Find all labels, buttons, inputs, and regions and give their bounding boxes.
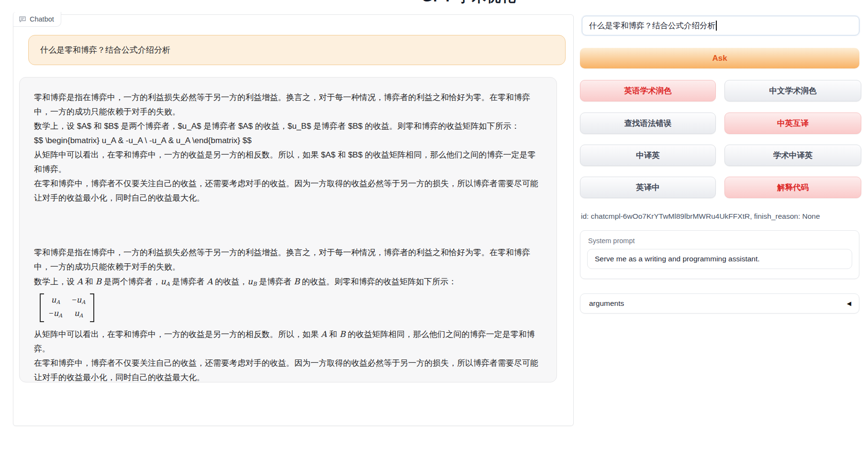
bot-raw-latex-line: $$ \begin{bmatrix} u_A & -u_A \ -u_A & u… — [34, 134, 542, 148]
bot-raw-paragraph: 从矩阵中可以看出，在零和博弈中，一方的收益是另一方的相反数。所以，如果 $A$ … — [34, 148, 542, 177]
message-section-gap — [34, 205, 542, 246]
arguments-accordion-label: arguments — [589, 299, 624, 308]
system-prompt-value: Serve me as a writing and programming as… — [595, 255, 760, 263]
button-chinese-academic-polish[interactable]: 中文学术润色 — [724, 80, 861, 101]
button-explain-code[interactable]: 解释代码 — [724, 177, 861, 198]
matrix-cell: uA — [49, 294, 62, 308]
rendered-matrix: uA −uA −uA uA — [40, 293, 94, 322]
button-en-to-zh[interactable]: 英译中 — [580, 177, 716, 198]
question-input-value: 什么是零和博弈？结合公式介绍分析 — [589, 21, 715, 31]
button-english-academic-polish[interactable]: 英语学术润色 — [580, 80, 716, 101]
bot-rendered-paragraph: 在零和博弈中，博弈者不仅要关注自己的收益，还需要考虑对手的收益。因为一方取得的收… — [34, 356, 542, 382]
chatbot-panel-label: Chatbot — [13, 12, 61, 27]
bot-rendered-paragraph: 零和博弈是指在博弈中，一方的利益损失必然等于另一方的利益增益。换言之，对于每一种… — [34, 246, 542, 274]
matrix-cell: −uA — [49, 308, 62, 321]
chat-bubble-icon — [19, 15, 26, 23]
button-zh-to-en[interactable]: 中译英 — [580, 145, 716, 166]
user-message-bubble: 什么是零和博弈？结合公式介绍分析 — [28, 35, 566, 65]
matrix-cell: −uA — [72, 294, 85, 308]
system-prompt-card: System prompt Serve me as a writing and … — [580, 230, 859, 279]
matrix-right-bracket — [90, 293, 94, 322]
question-input[interactable]: 什么是零和博弈？结合公式介绍分析 — [582, 16, 859, 35]
button-academic-zh-to-en[interactable]: 学术中译英 — [724, 145, 861, 166]
button-zh-en-mutual-translate[interactable]: 中英互译 — [724, 112, 861, 134]
accordion-collapsed-arrow-icon: ◀ — [847, 300, 851, 307]
system-prompt-input[interactable]: Serve me as a writing and programming as… — [587, 249, 852, 269]
page-title: GPT 学术优化 — [378, 0, 560, 7]
response-meta-line: id: chatcmpl-6wOo7KrYTwMl89lbrMWRu4UkFFX… — [581, 212, 820, 221]
matrix-grid: uA −uA −uA uA — [44, 293, 90, 322]
bot-rendered-math-paragraph: 数学上，设 A 和 B 是两个博弈者，uA 是博弈者 A 的收益，uB 是博弈者… — [34, 274, 542, 292]
matrix-left-bracket — [40, 293, 44, 322]
system-prompt-label: System prompt — [588, 237, 859, 245]
ask-button[interactable]: Ask — [580, 48, 859, 68]
chatbot-panel: Chatbot 什么是零和博弈？结合公式介绍分析 零和博弈是指在博弈中，一方的利… — [13, 14, 574, 426]
text-cursor — [716, 21, 717, 31]
arguments-accordion-header[interactable]: arguments ◀ — [580, 293, 859, 314]
bot-rendered-math-paragraph: 从矩阵中可以看出，在零和博弈中，一方的收益是另一方的相反数。所以，如果 A 和 … — [34, 327, 542, 356]
matrix-cell: uA — [72, 308, 85, 321]
bot-raw-paragraph: 数学上，设 $A$ 和 $B$ 是两个博弈者，$u_A$ 是博弈者 $A$ 的收… — [34, 119, 542, 134]
chatbot-panel-label-text: Chatbot — [30, 15, 54, 23]
bot-raw-paragraph: 零和博弈是指在博弈中，一方的利益损失必然等于另一方的利益增益。换言之，对于每一种… — [34, 90, 542, 119]
button-find-grammar-errors[interactable]: 查找语法错误 — [580, 112, 716, 134]
bot-raw-paragraph: 在零和博弈中，博弈者不仅要关注自己的收益，还需要考虑对手的收益。因为一方取得的收… — [34, 177, 542, 205]
user-message-text: 什么是零和博弈？结合公式介绍分析 — [40, 45, 170, 56]
bot-message-bubble: 零和博弈是指在博弈中，一方的利益损失必然等于另一方的利益增益。换言之，对于每一种… — [19, 77, 557, 382]
